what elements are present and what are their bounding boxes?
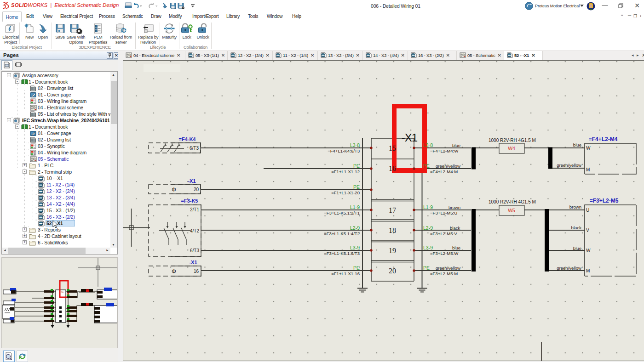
svg-text:=F4+L2-M4:M: =F4+L2-M4:M [430, 169, 458, 174]
svg-text:PE: PE [423, 265, 430, 271]
svg-text:PE: PE [353, 163, 360, 169]
svg-text:L3-9: L3-9 [350, 245, 360, 250]
svg-text:PE: PE [423, 163, 430, 169]
svg-text:6/T3: 6/T3 [190, 248, 199, 253]
svg-text:15: 15 [389, 144, 396, 152]
svg-text:Φ: Φ [172, 187, 176, 193]
svg-text:=F3+L1-K5.1:2/T1: =F3+L1-K5.1:2/T1 [324, 210, 360, 215]
svg-text:=F3+L2-M5:U: =F3+L2-M5:U [430, 210, 457, 215]
svg-text:blue: blue [452, 245, 460, 250]
svg-text:brown: brown [569, 204, 581, 209]
svg-text:L1-9: L1-9 [423, 204, 433, 210]
svg-text:black: black [450, 226, 460, 231]
svg-text:PE: PE [353, 265, 360, 271]
svg-text:=F3+L2-M5: =F3+L2-M5 [590, 198, 619, 204]
svg-text:W: W [586, 146, 591, 151]
svg-text:6/T3: 6/T3 [190, 146, 199, 151]
svg-text:blue: blue [452, 143, 460, 148]
svg-text:4/T2: 4/T2 [190, 228, 199, 233]
svg-text:brown: brown [448, 205, 460, 210]
svg-text:blue: blue [573, 142, 581, 147]
svg-text:x1: x1 [61, 290, 64, 293]
svg-text:17: 17 [389, 206, 396, 214]
svg-text:16: 16 [194, 269, 199, 274]
svg-text:L1-9: L1-9 [350, 204, 360, 210]
svg-text:L3-8: L3-8 [350, 142, 360, 148]
svg-text:20: 20 [389, 267, 396, 275]
svg-text:L2-9: L2-9 [350, 225, 360, 231]
svg-text:W: W [586, 248, 591, 253]
svg-text:=F4+L2-M4:W: =F4+L2-M4:W [430, 148, 459, 153]
svg-text:18: 18 [389, 226, 396, 234]
svg-text:=F3+L2-M5:W: =F3+L2-M5:W [430, 251, 459, 256]
svg-text:2/T1: 2/T1 [190, 207, 199, 212]
svg-text:green/yellow: green/yellow [557, 266, 581, 271]
svg-text:V: V [586, 228, 589, 233]
svg-text:L3-8: L3-8 [423, 142, 433, 148]
svg-text:-X1: -X1 [188, 178, 196, 184]
svg-text:=F4+L1-K4:6/T3: =F4+L1-K4:6/T3 [328, 148, 360, 153]
svg-text:W4: W4 [508, 146, 515, 151]
svg-text:=F1+L1-X1-12: =F1+L1-X1-12 [331, 169, 360, 174]
svg-text:=F3+L1-K5.1:6/T3: =F3+L1-K5.1:6/T3 [324, 251, 360, 256]
svg-text:-X1: -X1 [402, 131, 418, 144]
svg-text:blue: blue [573, 246, 581, 251]
svg-text:-X1: -X1 [189, 260, 197, 265]
svg-text:green/yellow: green/yellow [557, 163, 581, 168]
svg-text:19: 19 [389, 247, 396, 255]
svg-text:1000 R2V-RH 4G1.5 M: 1000 R2V-RH 4G1.5 M [489, 199, 536, 204]
svg-text:=F4-K4: =F4-K4 [179, 136, 196, 142]
svg-text:16: 16 [389, 164, 396, 172]
svg-text:1000 R2V-RH 4G1.5 M: 1000 R2V-RH 4G1.5 M [489, 138, 536, 143]
svg-text:W5: W5 [508, 208, 515, 213]
svg-text:=F1+L1-X1-20: =F1+L1-X1-20 [331, 190, 360, 195]
svg-text:=F3-K5: =F3-K5 [181, 198, 198, 204]
svg-text:=F3+L1-K5.1:4/T2: =F3+L1-K5.1:4/T2 [324, 231, 360, 236]
svg-text:Φ: Φ [172, 268, 176, 275]
svg-text:=F3+L2-M5:V: =F3+L2-M5:V [430, 231, 457, 236]
svg-text:black: black [571, 225, 582, 230]
svg-text:L2-9: L2-9 [423, 225, 433, 231]
svg-text:M: M [586, 268, 590, 273]
svg-text:green/yellow: green/yellow [436, 164, 460, 169]
svg-text:PE: PE [353, 184, 360, 190]
svg-text:=F3+L2-M5:M: =F3+L2-M5:M [430, 271, 458, 276]
svg-text:U: U [586, 208, 589, 213]
svg-text:M: M [586, 167, 590, 172]
svg-text:=F4+L2-M4: =F4+L2-M4 [589, 136, 618, 142]
svg-text:20: 20 [194, 187, 199, 192]
svg-text:=F1+L1-X1-16: =F1+L1-X1-16 [331, 271, 360, 276]
svg-text:green/yellow: green/yellow [436, 266, 460, 271]
svg-text:L3-9: L3-9 [423, 245, 433, 250]
